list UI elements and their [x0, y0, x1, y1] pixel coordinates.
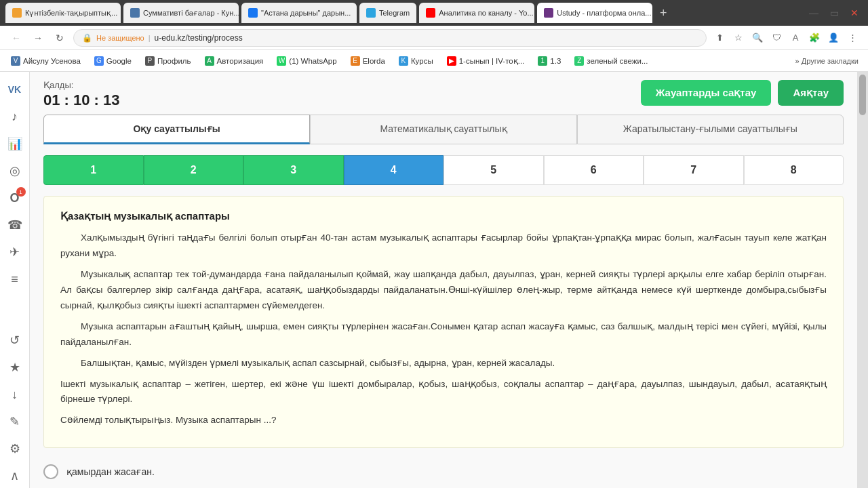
- tab-reading[interactable]: Оқу сауаттылығы: [43, 115, 310, 144]
- new-tab-button[interactable]: +: [655, 5, 671, 21]
- sidebar-whatsapp-button[interactable]: ☎: [3, 213, 27, 237]
- tab-5-favicon: [426, 8, 435, 18]
- share-icon[interactable]: ⬆: [712, 30, 727, 45]
- tab-3-favicon: [248, 8, 258, 18]
- option-radio-1[interactable]: [43, 464, 58, 479]
- sidebar-analytics-button[interactable]: 📊: [3, 131, 27, 156]
- tab-science[interactable]: Жаратылыстану-ғылыми сауаттылығы: [577, 115, 844, 144]
- sidebar-edit-button[interactable]: ✎: [3, 409, 27, 434]
- answer-option-1[interactable]: қамырдан жасаған.: [43, 459, 844, 485]
- refresh-button[interactable]: ↻: [52, 30, 68, 46]
- bookmark-profile[interactable]: P Профиль: [140, 55, 197, 67]
- url-bar[interactable]: 🔒 Не защищено | u-edu.kz/testing/process: [73, 29, 707, 47]
- tab-3[interactable]: "Астана дарыны" дарын...: [241, 3, 357, 23]
- question-3[interactable]: 3: [243, 155, 344, 185]
- bookmark-13-label: 1.3: [550, 57, 561, 65]
- tab-4-label: Telegram: [379, 9, 410, 17]
- question-2[interactable]: 2: [144, 155, 244, 185]
- tab-math[interactable]: Математикалық сауаттылық: [310, 115, 576, 144]
- question-5[interactable]: 5: [443, 155, 544, 185]
- passage-p1: Халқымыздың бүгінгі таңдағы белгілі болы…: [60, 230, 827, 262]
- lens-icon[interactable]: 🔍: [750, 30, 765, 45]
- scrollbar[interactable]: [857, 72, 868, 488]
- sidebar-telegram-button[interactable]: ✈: [3, 240, 27, 264]
- option-text-1: қамырдан жасаған.: [66, 466, 155, 477]
- bookmark-elorda[interactable]: E Elorda: [345, 55, 391, 67]
- passage-title: Қазақтың музыкалық аспаптары: [60, 210, 827, 222]
- bookmark-profile-icon: P: [145, 56, 155, 66]
- bookmark-whatsapp-label: (1) WhatsApp: [289, 57, 336, 65]
- passage-container: Қазақтың музыкалық аспаптары Халқымыздың…: [43, 196, 844, 448]
- passage-p2: Музыкалық аспаптар тек той-думандарда ға…: [60, 267, 827, 314]
- minimize-button[interactable]: —: [806, 5, 822, 21]
- question-numbers: 1 2 3 4 5 6 7 8: [43, 155, 844, 185]
- bookmark-elorda-label: Elorda: [363, 57, 385, 65]
- translate-icon[interactable]: A: [788, 30, 803, 45]
- sidebar-instagram-button[interactable]: ◎: [3, 159, 27, 183]
- timer-label: Қалды:: [43, 80, 641, 90]
- question-7[interactable]: 7: [644, 155, 744, 185]
- url-text: u-edu.kz/testing/process: [155, 33, 243, 43]
- sidebar-menu-button[interactable]: ≡: [3, 267, 27, 291]
- tab-6-label: Ustudy - платформа онла...: [557, 9, 651, 17]
- sidebar-settings-button[interactable]: ⚙: [3, 436, 27, 461]
- passage-p3: Музыка аспаптарын ағаштың қайың, шырша, …: [60, 319, 827, 350]
- menu-icon[interactable]: ⋮: [845, 30, 860, 45]
- sidebar-ok-button[interactable]: O 1: [3, 186, 27, 210]
- bookmark-auth[interactable]: A Авторизация: [199, 55, 269, 67]
- question-6[interactable]: 6: [544, 155, 644, 185]
- extensions-icon[interactable]: 🧩: [807, 30, 822, 45]
- finish-button[interactable]: Аяқтау: [778, 80, 844, 106]
- address-bar: ← → ↻ 🔒 Не защищено | u-edu.kz/testing/p…: [0, 26, 868, 50]
- bookmark-icon[interactable]: ☆: [731, 30, 746, 45]
- scrollbar-thumb[interactable]: [859, 75, 866, 115]
- top-actions: Жауаптарды сақтау Аяқтау: [641, 80, 844, 106]
- passage-text: Халқымыздың бүгінгі таңдағы белгілі болы…: [60, 230, 827, 428]
- ok-badge: 1: [16, 187, 26, 197]
- sidebar-favorites-button[interactable]: ★: [3, 355, 27, 380]
- lock-icon: 🔒: [82, 33, 92, 43]
- tab-4[interactable]: Telegram: [359, 3, 416, 23]
- sidebar-vk-button[interactable]: VK: [3, 77, 27, 102]
- subject-tabs: Оқу сауаттылығы Математикалық сауаттылық…: [43, 115, 844, 144]
- sidebar-downloads-button[interactable]: ↓: [3, 382, 27, 407]
- bookmarks-more-icon: »: [795, 57, 800, 65]
- bookmark-kursy[interactable]: K Курсы: [393, 55, 439, 67]
- bookmarks-more-button[interactable]: » Другие закладки: [791, 56, 863, 66]
- bookmark-vk-icon: V: [11, 56, 20, 66]
- sidebar-collapse-button[interactable]: ∧: [3, 464, 27, 488]
- tab-2[interactable]: Суммативті бағалар - Кун...: [123, 3, 239, 23]
- tab-6[interactable]: Ustudy - платформа онла...: [537, 3, 652, 23]
- bookmark-vk[interactable]: V Айсулу Усенова: [5, 55, 86, 67]
- close-button[interactable]: ✕: [846, 5, 863, 21]
- bookmark-1synip[interactable]: ▶ 1-сынып | IV-тоқ...: [441, 55, 530, 67]
- browser-tabs-bar: Күнтізбелік-тақырыптық... Суммативті бағ…: [0, 0, 868, 26]
- question-1[interactable]: 1: [43, 155, 144, 185]
- maximize-button[interactable]: ▭: [826, 5, 842, 21]
- sidebar-recent-button[interactable]: ↺: [3, 328, 27, 352]
- tab-5[interactable]: Аналитика по каналу - Yo...: [419, 3, 534, 23]
- back-button[interactable]: ←: [8, 30, 24, 46]
- bookmark-13[interactable]: 1 1.3: [532, 55, 566, 67]
- question-8[interactable]: 8: [744, 155, 844, 185]
- tab-1[interactable]: Күнтізбелік-тақырыптық...: [5, 3, 121, 23]
- question-4[interactable]: 4: [344, 155, 444, 185]
- bookmark-google[interactable]: G Google: [89, 55, 137, 67]
- save-answers-button[interactable]: Жауаптарды сақтау: [641, 80, 772, 106]
- bookmark-auth-label: Авторизация: [217, 57, 264, 65]
- top-bar: Қалды: 01 : 10 : 13 Жауаптарды сақтау Ая…: [30, 72, 857, 115]
- bookmark-green[interactable]: Z зеленый свежи...: [569, 55, 653, 67]
- bookmarks-bar: V Айсулу Усенова G Google P Профиль A Ав…: [0, 50, 868, 72]
- bookmark-elorda-icon: E: [351, 56, 360, 66]
- bookmark-green-label: зеленый свежи...: [587, 57, 648, 65]
- shield-icon[interactable]: 🛡: [769, 30, 784, 45]
- profile-icon[interactable]: 👤: [826, 30, 841, 45]
- bookmark-whatsapp[interactable]: W (1) WhatsApp: [271, 55, 342, 67]
- tab-4-favicon: [366, 8, 376, 18]
- bookmark-google-icon: G: [94, 56, 104, 66]
- bookmark-1synip-icon: ▶: [447, 56, 456, 66]
- bookmark-vk-label: Айсулу Усенова: [23, 57, 81, 65]
- passage-p6: Сөйлемді толықтырыңыз. Музыка аспаптарын…: [60, 413, 827, 428]
- forward-button[interactable]: →: [30, 30, 46, 46]
- sidebar-music-button[interactable]: ♪: [3, 104, 27, 129]
